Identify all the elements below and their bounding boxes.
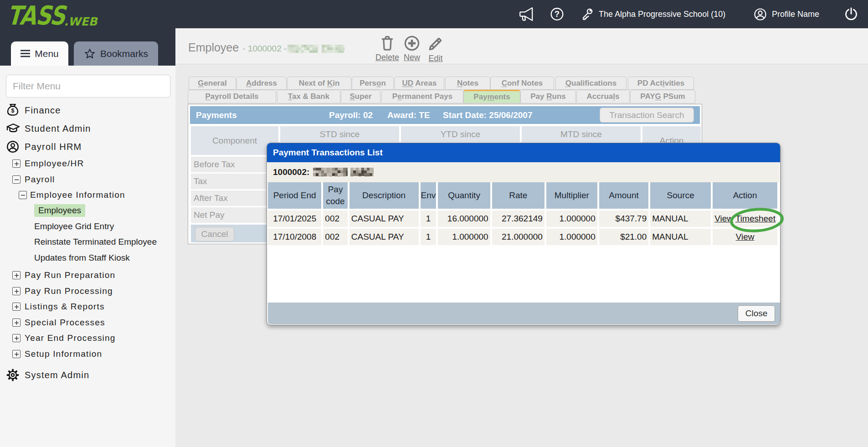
new-button[interactable]: New (400, 35, 424, 62)
cell-description: CASUAL PAY (349, 229, 419, 245)
cancel-button[interactable]: Cancel (195, 227, 234, 241)
sidebar-item-student-admin[interactable]: Student Admin (0, 121, 175, 136)
tab-conf-notes[interactable]: Conf Notes (490, 77, 554, 90)
money-bag-icon: $ (6, 103, 20, 117)
delete-button[interactable]: Delete (375, 35, 400, 62)
tab-qualifications[interactable]: Qualifications (555, 77, 627, 90)
sidebar-item-label: Setup Information (25, 349, 102, 359)
tab-notes[interactable]: Notes (445, 77, 490, 90)
cell-env: 1 (421, 229, 437, 245)
sidebar-item-finance[interactable]: $Finance (0, 103, 175, 118)
sidebar-item-label: System Admin (25, 370, 89, 380)
cell-description: CASUAL PAY (349, 211, 419, 227)
cell-rate: 27.362149 (492, 211, 544, 227)
panel-title: Payments (196, 110, 237, 120)
tab-ud-areas[interactable]: UD Areas (395, 77, 444, 90)
expand-icon[interactable] (12, 350, 21, 358)
sidebar-item-year-end-processing[interactable]: Year End Processing (0, 330, 175, 346)
collapse-icon[interactable] (19, 191, 27, 199)
sidebar-item-pay-run-preparation[interactable]: Pay Run Preparation (0, 267, 175, 283)
tab-person[interactable]: Person (352, 77, 394, 90)
expand-icon[interactable] (12, 287, 21, 295)
sidebar-item-listings-reports[interactable]: Listings & Reports (0, 299, 175, 314)
profile-menu[interactable]: Profile Name (753, 0, 819, 28)
sidebar-item-employee-hr[interactable]: Employee/HR (0, 156, 175, 171)
cell-rate: 21.000000 (492, 229, 544, 245)
modal-employee-id: 1000002: (273, 167, 309, 177)
column-header: Paycode (323, 182, 347, 209)
sidebar-item-payroll[interactable]: Payroll (0, 172, 175, 187)
tab-payroll-details[interactable]: Payroll Details (188, 90, 276, 103)
tab-menu[interactable]: Menu (11, 41, 68, 66)
gear-icon (6, 368, 20, 382)
header-divider (175, 64, 868, 64)
expand-icon[interactable] (12, 319, 21, 327)
cell-action: View Timesheet (713, 211, 777, 227)
filter-menu-input[interactable] (6, 75, 170, 98)
column-header: Description (349, 182, 419, 209)
expand-icon[interactable] (12, 159, 21, 168)
transaction-search-button[interactable]: Transaction Search (600, 108, 694, 123)
tab-payments[interactable]: Payments (463, 90, 520, 103)
cell-amount: $437.79 (599, 211, 649, 227)
sidebar-item-employees[interactable]: Employees (0, 203, 175, 218)
tab-accruals[interactable]: Accruals (576, 90, 630, 103)
help-icon[interactable]: ? (550, 7, 565, 22)
tab-next-of-kin[interactable]: Next of Kin (287, 77, 351, 90)
tab-payg-psum[interactable]: PAYG PSum (630, 90, 695, 103)
expand-icon[interactable] (12, 303, 21, 311)
tab-pd-activities[interactable]: PD Activities (628, 77, 694, 90)
employee-name-redacted (288, 45, 344, 53)
sidebar-item-system-admin[interactable]: System Admin (0, 367, 175, 383)
sidebar-item-label: Pay Run Preparation (25, 270, 115, 280)
sidebar-item-updates-from-staff-kiosk[interactable]: Updates from Staff Kiosk (0, 250, 175, 266)
trash-icon (380, 35, 395, 52)
cell-quantity: 16.000000 (438, 211, 490, 227)
tab-label: Payments (473, 92, 510, 102)
view-link[interactable]: View (736, 232, 755, 241)
close-button[interactable]: Close (738, 305, 775, 322)
tab-address[interactable]: Address (236, 77, 287, 90)
sidebar-item-label: Reinstate Terminated Employee (34, 237, 157, 247)
expand-icon[interactable] (12, 334, 21, 342)
table-row: 17/01/2025002CASUAL PAY116.00000027.3621… (268, 211, 777, 227)
panel-column-header: STD since (280, 126, 399, 142)
column-header: Env (421, 182, 437, 209)
panel-column-header: YTD since (401, 126, 520, 142)
tab-tax-bank[interactable]: Tax & Bank (277, 90, 340, 103)
tab-super[interactable]: Super (341, 90, 380, 103)
tab-label: Conf Notes (502, 79, 543, 88)
tab-bookmarks[interactable]: Bookmarks (74, 41, 158, 66)
power-icon[interactable] (843, 6, 859, 22)
cell-period-end: 17/10/2008 (268, 229, 321, 245)
tab-label: Notes (457, 79, 478, 88)
sidebar-item-pay-run-processing[interactable]: Pay Run Processing (0, 283, 175, 299)
tab-label: General (198, 79, 226, 88)
sidebar-item-special-processes[interactable]: Special Processes (0, 315, 175, 330)
sidebar-item-employee-information[interactable]: Employee Information (0, 187, 175, 203)
tab-label: Address (246, 79, 277, 88)
transactions-table: Period EndPaycodeDescriptionEnvQuantityR… (266, 180, 779, 247)
sidebar-item-payroll-hrm[interactable]: Payroll HRM (0, 139, 175, 154)
cell-quantity: 1.000000 (438, 229, 490, 245)
tab-label: Payroll Details (205, 92, 258, 101)
megaphone-icon[interactable] (518, 6, 535, 22)
panel-start-date: Start Date: 25/06/2007 (443, 110, 532, 120)
tab-permanent-pays[interactable]: Permanent Pays (381, 90, 463, 103)
pencil-icon (426, 35, 445, 53)
sidebar-item-reinstate-terminated-employee[interactable]: Reinstate Terminated Employee (0, 234, 175, 250)
profile-icon (753, 7, 767, 21)
school-selector[interactable]: The Alpha Progressive School (10) (580, 0, 725, 28)
tab-label: Super (349, 92, 371, 101)
view-link[interactable]: View (714, 214, 733, 223)
collapse-icon[interactable] (12, 175, 21, 184)
tab-pay-runs[interactable]: Pay Runs (520, 90, 576, 103)
tab-general[interactable]: General (189, 77, 236, 90)
timesheet-link[interactable]: Timesheet (735, 214, 776, 223)
edit-button[interactable]: Edit (424, 35, 447, 63)
expand-icon[interactable] (12, 271, 21, 279)
sidebar-item-setup-information[interactable]: Setup Information (0, 346, 175, 362)
sidebar-item-employee-grid-entry[interactable]: Employee Grid Entry (0, 219, 175, 234)
column-header: Quantity (438, 182, 490, 209)
sidebar-item-label: Employee Information (30, 190, 125, 200)
